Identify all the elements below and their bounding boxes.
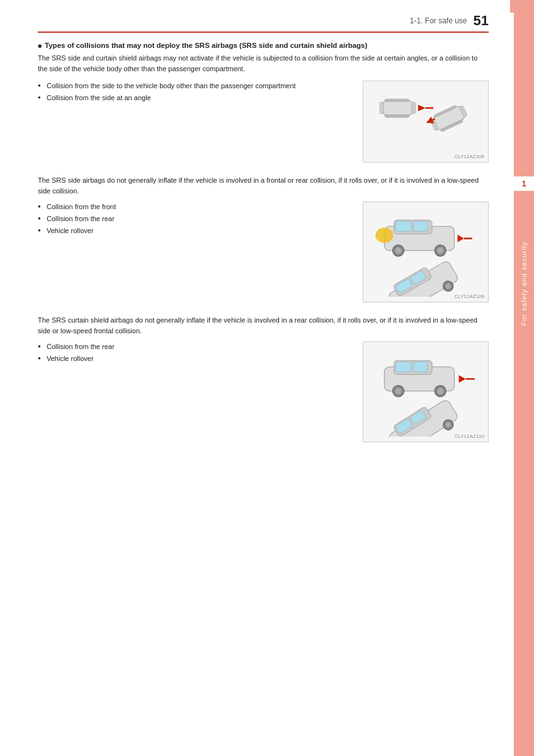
svg-rect-16: [395, 222, 411, 232]
car-illustration-1: [368, 86, 483, 156]
section-1-heading: Types of collisions that may not deploy …: [38, 42, 489, 49]
section-2-intro: The SRS side airbags do not generally in…: [38, 175, 489, 197]
page-container: 1 For safety and security 1-1. For safe …: [0, 0, 534, 756]
section-3-bullets-container: Collision from the rear Vehicle rollover: [38, 341, 353, 442]
svg-point-21: [437, 248, 443, 254]
car-illustration-3: [368, 348, 483, 437]
svg-point-19: [395, 248, 401, 254]
section-2-bullet-list: Collision from the front Collision from …: [38, 202, 353, 236]
section-2-bullets-container: Collision from the front Collision from …: [38, 202, 353, 302]
section-1-image: CLY11AZ108: [363, 81, 489, 163]
section-2-content: Collision from the front Collision from …: [38, 202, 489, 302]
svg-rect-0: [382, 101, 413, 115]
image-label-1: CLY11AZ108: [455, 154, 484, 159]
section-3-content: Collision from the rear Vehicle rollover: [38, 341, 489, 442]
list-item: Vehicle rollover: [38, 353, 353, 364]
svg-point-22: [375, 228, 393, 243]
list-item: Collision from the rear: [38, 214, 353, 224]
section-2: The SRS side airbags do not generally in…: [38, 175, 489, 302]
svg-rect-37: [414, 362, 428, 372]
svg-point-39: [395, 387, 401, 394]
svg-rect-3: [380, 103, 383, 114]
main-content: 1-1. For safe use 51 Types of collisions…: [0, 0, 514, 480]
section-1-content: Collision from the side to the vehicle b…: [38, 81, 489, 163]
section-1-bullets-container: Collision from the side to the vehicle b…: [38, 81, 353, 163]
svg-rect-17: [414, 222, 428, 232]
page-header: 1-1. For safe use 51: [38, 13, 489, 33]
list-item: Collision from the side to the vehicle b…: [38, 81, 353, 91]
chapter-number: 1: [514, 176, 534, 191]
section-3-image: CLY11AZ110: [363, 341, 489, 442]
svg-marker-23: [458, 235, 464, 243]
svg-rect-36: [395, 362, 411, 372]
image-label-3: CLY11AZ110: [455, 433, 484, 439]
chapter-label: For safety and security: [514, 202, 534, 365]
section-2-image: CLY11AZ109: [363, 202, 489, 302]
section-3-intro: The SRS curtain shield airbags do not ge…: [38, 315, 489, 336]
list-item: Collision from the rear: [38, 341, 353, 352]
svg-rect-2: [385, 115, 409, 118]
car-illustration-2: [368, 207, 483, 297]
svg-marker-42: [459, 375, 466, 382]
section-3: The SRS curtain shield airbags do not ge…: [38, 315, 489, 442]
image-label-2: CLY11AZ109: [455, 294, 484, 299]
svg-point-41: [437, 387, 443, 394]
list-item: Collision from the side at an angle: [38, 93, 353, 103]
svg-marker-5: [418, 105, 426, 112]
section-label: 1-1. For safe use: [410, 16, 467, 25]
page-number: 51: [474, 13, 489, 29]
section-1: Types of collisions that may not deploy …: [38, 42, 489, 163]
section-1-intro: The SRS side and curtain shield airbags …: [38, 53, 489, 74]
list-item: Vehicle rollover: [38, 226, 353, 236]
list-item: Collision from the front: [38, 202, 353, 212]
sidebar-tab: 1 For safety and security: [514, 0, 534, 756]
section-3-bullet-list: Collision from the rear Vehicle rollover: [38, 341, 353, 364]
svg-rect-4: [412, 103, 416, 114]
section-1-bullet-list: Collision from the side to the vehicle b…: [38, 81, 353, 103]
svg-rect-1: [385, 100, 409, 102]
